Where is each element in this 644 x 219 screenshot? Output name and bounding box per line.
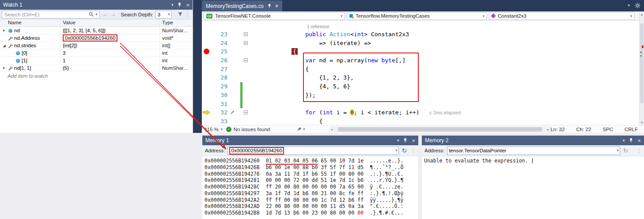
outline-margin[interactable]	[242, 100, 250, 109]
breakpoint-margin[interactable]	[202, 91, 212, 100]
search-next-icon[interactable]: →	[110, 11, 116, 17]
outline-margin[interactable]	[242, 30, 250, 39]
watch-row[interactable]: [1]1int	[0, 57, 193, 64]
method-dropdown[interactable]: Constant2x3 ▾	[489, 12, 635, 20]
code-text[interactable]: for (int i = 0; i < iterate; i++)≤ 2ms e…	[250, 108, 644, 117]
code-text[interactable]: });	[250, 91, 644, 100]
collapse-icon[interactable]	[244, 110, 248, 114]
expander-icon[interactable]: ▶	[1, 66, 7, 70]
project-dropdown[interactable]: C# TensorFlowNET.Console ▾	[204, 12, 345, 20]
toolbar-overflow-icon[interactable]: ⋮	[636, 148, 641, 154]
memory2-body[interactable]: Unable to evaluate the expression.	[422, 156, 644, 164]
pin-icon[interactable]	[267, 4, 272, 8]
close-icon[interactable]: ×	[637, 138, 641, 143]
gear-icon[interactable]	[635, 3, 640, 8]
breakpoint-margin[interactable]	[202, 108, 212, 117]
watch-row[interactable]: [0]3int	[0, 49, 193, 57]
code-text[interactable]: {4, 5, 6}	[250, 82, 644, 91]
scrollbar-thumb[interactable]	[338, 127, 542, 132]
code-line[interactable]: 24 => (iterate) =>	[202, 39, 644, 48]
close-icon[interactable]: ×	[186, 2, 189, 8]
code-text[interactable]: {1, 2, 3},	[250, 73, 644, 82]
code-cleanup-button[interactable]: ▾	[296, 127, 305, 132]
code-text[interactable]: => (iterate) =>	[250, 39, 644, 48]
memory2-address-input[interactable]: tensor.TensorDataPointer ▾	[447, 147, 620, 155]
outline-margin[interactable]	[242, 91, 250, 100]
breakpoint-margin[interactable]	[202, 39, 212, 48]
memory2-titlebar[interactable]: Memory 2 ▾ ×	[422, 136, 644, 145]
watch-row[interactable]: ▶nd{[[1, 2, 3], [4, 5, 6]]}NumShar...	[0, 27, 193, 34]
filter-icon[interactable]	[178, 12, 183, 17]
class-dropdown[interactable]: Tensorflow.MemoryTestingCases ▾	[347, 12, 487, 20]
code-text[interactable]: var nd = np.array(new byte[,]	[250, 56, 644, 65]
code-area[interactable]: 1 reference 23 public Action<int> Consta…	[202, 21, 644, 125]
breakpoint-margin[interactable]	[202, 100, 212, 109]
add-item-to-watch[interactable]: Add item to watch	[0, 72, 193, 79]
expander-icon[interactable]: ◢	[1, 44, 7, 48]
breakpoint-icon[interactable]	[204, 49, 209, 54]
code-line[interactable]: 33 {	[202, 117, 644, 125]
codelens-references[interactable]: 1 reference	[202, 21, 644, 30]
chevron-down-icon[interactable]: ▾	[395, 149, 397, 152]
watch-row[interactable]: ◢nd.strides{int[2]}int[]	[0, 42, 193, 49]
search-input[interactable]: Search (Ctrl+E) ▾	[2, 11, 100, 19]
chevron-down-icon[interactable]: ▾	[617, 149, 618, 152]
document-tab[interactable]: MemoryTestingCases.cs ×	[202, 0, 282, 11]
code-line[interactable]: 31	[202, 100, 644, 109]
scroll-right-icon[interactable]: ►	[546, 128, 551, 131]
vertical-scrollbar[interactable]: ▲ ▼	[639, 12, 644, 125]
breakpoint-margin[interactable]	[202, 30, 212, 39]
breakpoint-margin[interactable]	[202, 82, 212, 91]
zoom-select[interactable]: 115 % ▾	[202, 127, 226, 132]
code-text[interactable]: public Action<int> Constant2x3	[250, 30, 644, 39]
outline-margin[interactable]	[242, 47, 250, 56]
chevron-down-icon[interactable]: ▾	[628, 4, 630, 8]
scrollbar-thumb[interactable]	[640, 23, 644, 103]
breakpoint-margin[interactable]	[202, 65, 212, 74]
code-line[interactable]: 32 for (int i = 0; i < iterate; i++)≤ 2m…	[202, 108, 644, 117]
outline-margin[interactable]	[242, 39, 250, 48]
pin-icon[interactable]	[629, 138, 633, 143]
refresh-icon[interactable]: ↻	[623, 147, 628, 154]
code-text[interactable]: {	[250, 117, 644, 125]
code-text[interactable]	[250, 100, 644, 109]
search-depth-select[interactable]: 3 ▾	[155, 11, 172, 19]
code-text[interactable]: {	[250, 47, 644, 56]
issues-status[interactable]: No issues found	[234, 127, 270, 132]
memory1-address-input[interactable]: 0x000002556B194260 ▾	[227, 147, 399, 155]
window-position-icon[interactable]: ▾	[623, 139, 625, 143]
pin-icon[interactable]	[177, 2, 182, 8]
collapse-icon[interactable]	[244, 58, 248, 62]
toolbar-overflow-icon[interactable]: ⋮	[185, 11, 191, 17]
close-icon[interactable]: ×	[412, 138, 415, 143]
breakpoint-margin[interactable]	[202, 47, 212, 56]
code-line[interactable]: 28 {1, 2, 3},	[202, 73, 644, 82]
watch-titlebar[interactable]: Watch 1 ▾ ×	[0, 0, 193, 10]
code-line[interactable]: 27 {	[202, 65, 644, 74]
outline-margin[interactable]	[242, 117, 250, 125]
watch-row[interactable]: nd.Address0x000002556b194260void*	[0, 34, 193, 42]
scroll-left-icon[interactable]: ◄	[329, 128, 334, 131]
code-line[interactable]: 23 public Action<int> Constant2x3	[202, 30, 644, 39]
window-position-icon[interactable]: ▾	[397, 139, 399, 143]
collapse-icon[interactable]	[244, 41, 248, 45]
column-header-name[interactable]: Name	[0, 19, 61, 26]
outline-margin[interactable]	[242, 108, 250, 117]
search-prev-icon[interactable]: ←	[102, 11, 108, 17]
outline-margin[interactable]	[242, 56, 250, 65]
window-position-icon[interactable]: ▾	[171, 3, 174, 7]
expander-icon[interactable]: ▶	[1, 29, 7, 32]
collapse-icon[interactable]	[244, 32, 248, 36]
refresh-icon[interactable]: ↻	[402, 147, 407, 154]
code-text[interactable]: {	[250, 65, 644, 74]
outline-margin[interactable]	[242, 65, 250, 74]
code-line[interactable]: 29 {4, 5, 6}	[202, 82, 644, 91]
code-line[interactable]: 26 var nd = np.array(new byte[,]	[202, 56, 644, 65]
memory1-titlebar[interactable]: Memory 1 ▾ ×	[202, 136, 418, 145]
code-line[interactable]: 30 });	[202, 91, 644, 100]
breakpoint-margin[interactable]	[202, 56, 212, 65]
pin-icon[interactable]	[403, 138, 408, 143]
scroll-down-icon[interactable]: ▼	[640, 121, 644, 124]
code-line[interactable]: 25 {	[202, 47, 644, 56]
horizontal-scrollbar[interactable]: ◄ ►	[329, 126, 551, 132]
